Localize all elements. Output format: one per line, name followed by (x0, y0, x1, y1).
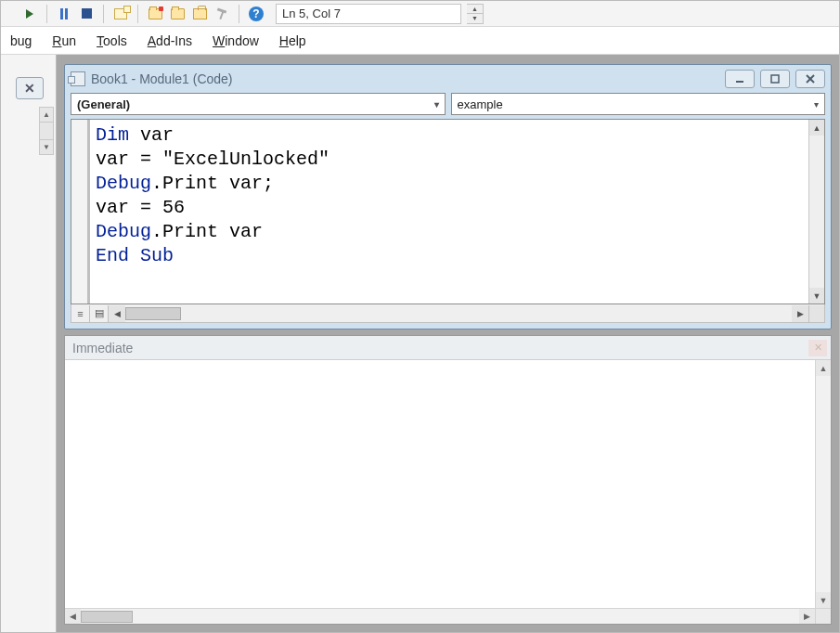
spinner-up-icon[interactable]: ▲ (467, 5, 483, 15)
run-icon[interactable] (21, 6, 38, 22)
code-vertical-scrollbar[interactable]: ▲ ▼ (808, 120, 824, 304)
procedure-view-button[interactable]: ≡ (71, 305, 90, 322)
scroll-left-icon[interactable]: ◀ (65, 609, 81, 624)
properties-icon[interactable] (169, 6, 186, 22)
position-spinner[interactable]: ▲ ▼ (467, 4, 484, 24)
scroll-thumb[interactable] (81, 611, 133, 623)
scroll-corner (808, 305, 824, 322)
scroll-corner (815, 609, 831, 624)
editor-stack: Book1 - Module1 (Code) (General) (57, 55, 839, 632)
code-horizontal-scrollbar[interactable] (125, 305, 792, 322)
panel-close-button[interactable]: ✕ (16, 77, 44, 99)
separator (46, 5, 47, 23)
cursor-position-readout: Ln 5, Col 7 (276, 4, 461, 24)
project-explorer-stub: ✕ ▲ ▼ (1, 55, 57, 632)
close-button[interactable] (795, 70, 825, 88)
svg-rect-1 (771, 75, 779, 83)
immediate-body: ▲ ▼ (65, 360, 831, 608)
menu-addins[interactable]: Add-Ins (144, 32, 196, 50)
toolbar: ? Ln 5, Col 7 ▲ ▼ (1, 1, 839, 27)
code-margin (71, 120, 88, 304)
immediate-title: Immediate (72, 341, 133, 355)
maximize-button[interactable] (760, 70, 790, 88)
menu-run[interactable]: Run (48, 32, 80, 50)
scroll-right-icon[interactable]: ▶ (799, 609, 815, 624)
immediate-header[interactable]: Immediate ✕ (65, 336, 831, 360)
code-window: Book1 - Module1 (Code) (General) (64, 64, 832, 329)
panel-scrollbar[interactable]: ▲ ▼ (39, 107, 54, 155)
project-explorer-icon[interactable] (147, 6, 163, 22)
scroll-up-icon[interactable]: ▲ (816, 360, 831, 376)
scroll-left-icon[interactable]: ◀ (109, 305, 125, 322)
immediate-window: Immediate ✕ ▲ ▼ ◀ ▶ (64, 335, 832, 625)
procedure-dropdown[interactable]: example ▾ (451, 93, 826, 115)
spinner-down-icon[interactable]: ▼ (467, 14, 483, 23)
code-bottom-bar: ≡ ▤ ◀ ▶ (71, 304, 825, 323)
separator (103, 5, 104, 23)
immediate-horizontal-scrollbar[interactable]: ◀ ▶ (65, 608, 831, 624)
menu-debug[interactable]: bug (6, 32, 35, 50)
minimize-button[interactable] (725, 70, 755, 88)
menu-help[interactable]: Help (276, 32, 310, 50)
menu-tools[interactable]: Tools (93, 32, 131, 50)
mdi-area: ✕ ▲ ▼ Book1 - Module1 (Code) (1, 55, 839, 632)
scroll-up-icon[interactable]: ▲ (809, 120, 824, 136)
menu-window[interactable]: Window (209, 32, 263, 50)
menu-bar: bug Run Tools Add-Ins Window Help (1, 27, 839, 55)
immediate-vertical-scrollbar[interactable]: ▲ ▼ (815, 360, 831, 608)
module-icon (71, 71, 85, 86)
code-window-title: Book1 - Module1 (Code) (91, 71, 233, 86)
object-browser-icon[interactable] (213, 6, 230, 22)
object-dropdown-value: (General) (77, 97, 130, 111)
immediate-close-button[interactable]: ✕ (808, 340, 827, 356)
procedure-dropdown-value: example (458, 97, 503, 111)
help-icon[interactable]: ? (248, 6, 265, 22)
chevron-down-icon: ▾ (434, 99, 439, 110)
toolbox-icon[interactable] (191, 6, 208, 22)
scroll-down-icon[interactable]: ▼ (816, 592, 831, 608)
scroll-thumb[interactable] (125, 307, 181, 320)
code-body: Dim var var = "ExcelUnlocked" Debug.Prin… (71, 119, 825, 304)
stop-icon[interactable] (78, 6, 95, 22)
scroll-down-icon[interactable]: ▼ (40, 139, 53, 154)
chevron-down-icon: ▾ (814, 99, 819, 110)
code-dropdown-row: (General) ▾ example ▾ (65, 93, 831, 119)
design-mode-icon[interactable] (112, 6, 129, 22)
pause-icon[interactable] (56, 6, 72, 22)
object-dropdown[interactable]: (General) ▾ (71, 93, 446, 115)
code-editor[interactable]: Dim var var = "ExcelUnlocked" Debug.Prin… (90, 120, 808, 304)
immediate-textarea[interactable] (65, 360, 815, 608)
full-module-view-button[interactable]: ▤ (90, 305, 109, 322)
scroll-up-icon[interactable]: ▲ (40, 108, 53, 123)
separator (137, 5, 138, 23)
separator (239, 5, 239, 23)
scroll-right-icon[interactable]: ▶ (792, 305, 808, 322)
scroll-down-icon[interactable]: ▼ (809, 288, 824, 304)
code-window-titlebar[interactable]: Book1 - Module1 (Code) (65, 65, 831, 93)
